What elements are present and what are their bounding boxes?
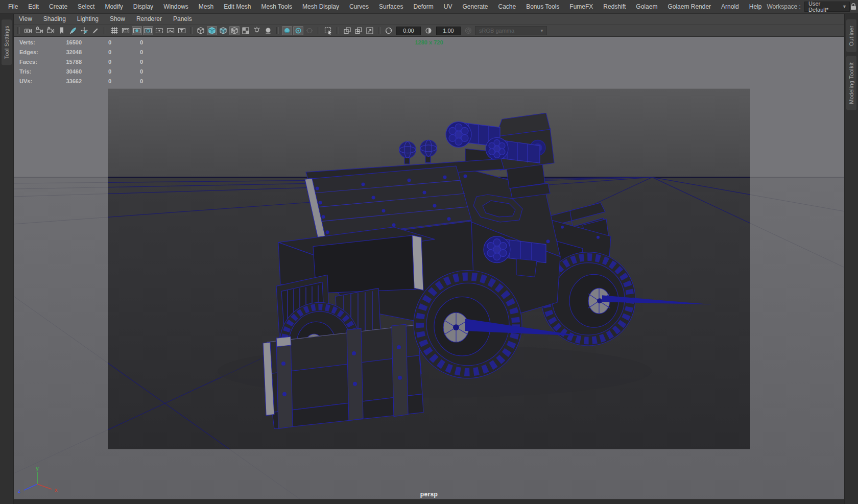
colorspace-value: sRGB gamma bbox=[479, 28, 514, 34]
panel-menu-lighting[interactable]: Lighting bbox=[72, 13, 104, 25]
contrast-icon[interactable] bbox=[423, 26, 434, 35]
menu-item-fumefx[interactable]: FumeFX bbox=[564, 0, 598, 13]
color-management-icon[interactable] bbox=[463, 26, 473, 35]
exposure-icon[interactable] bbox=[384, 26, 394, 35]
menu-item-mesh-display[interactable]: Mesh Display bbox=[297, 0, 344, 13]
pan-zoom-2d-icon[interactable] bbox=[79, 26, 89, 35]
workspace-value: User Default* bbox=[808, 1, 840, 13]
front-bumper bbox=[263, 324, 423, 428]
wireframe-on-shaded-icon[interactable] bbox=[218, 26, 228, 35]
panel-menu-panels[interactable]: Panels bbox=[168, 13, 198, 25]
right-sidebar-strip: OutlinerModeling Toolkit bbox=[844, 13, 858, 504]
menu-item-golaem[interactable]: Golaem bbox=[631, 0, 662, 13]
hud-poly-count: Verts:1650000Edges:3204800Faces:1578800T… bbox=[19, 37, 143, 86]
select-camera-icon[interactable] bbox=[23, 26, 33, 35]
panel-menu-show[interactable]: Show bbox=[104, 13, 131, 25]
isolate-select-icon[interactable] bbox=[323, 26, 333, 35]
depth-of-field-icon[interactable] bbox=[304, 26, 315, 35]
safe-title-icon[interactable] bbox=[177, 26, 187, 35]
menu-item-help[interactable]: Help bbox=[744, 0, 767, 13]
menu-item-mesh-tools[interactable]: Mesh Tools bbox=[256, 0, 297, 13]
toolbar-separator bbox=[276, 27, 279, 34]
lighting-icon[interactable] bbox=[252, 26, 262, 35]
colorspace-select[interactable]: sRGB gamma▼ bbox=[475, 26, 547, 35]
textured-icon[interactable] bbox=[229, 26, 240, 35]
shadows-icon[interactable] bbox=[263, 26, 273, 35]
grid-icon[interactable] bbox=[109, 26, 120, 35]
side-tab-outliner[interactable]: Outliner bbox=[846, 19, 856, 52]
chevron-down-icon: ▼ bbox=[540, 29, 546, 33]
menu-item-arnold[interactable]: Arnold bbox=[716, 0, 744, 13]
safe-action-icon[interactable] bbox=[165, 26, 176, 35]
menu-item-modify[interactable]: Modify bbox=[100, 0, 128, 13]
workspace-label: Workspace : bbox=[767, 3, 800, 10]
axis-y-label: y bbox=[36, 466, 39, 471]
menu-item-golaem-render[interactable]: Golaem Render bbox=[662, 0, 716, 13]
chevron-down-icon: ▼ bbox=[840, 4, 849, 9]
main-menubar: FileEditCreateSelectModifyDisplayWindows… bbox=[0, 0, 858, 14]
toolbar-separator bbox=[337, 27, 339, 34]
menu-item-uv[interactable]: UV bbox=[439, 0, 458, 13]
toolbar-separator bbox=[378, 27, 380, 34]
menu-item-surfaces[interactable]: Surfaces bbox=[374, 0, 408, 13]
menu-item-file[interactable]: File bbox=[3, 0, 23, 13]
viewport-panel: ViewShadingLightingShowRendererPanels 0.… bbox=[13, 13, 845, 504]
menu-item-bonus-tools[interactable]: Bonus Tools bbox=[521, 0, 564, 13]
gate-mask-icon[interactable] bbox=[143, 26, 153, 35]
panel-toolbar: 0.001.00sRGB gamma▼ bbox=[13, 25, 845, 37]
resolution-gate-icon[interactable] bbox=[132, 26, 142, 35]
hud-row-uvs-: UVs:3366200 bbox=[19, 76, 143, 86]
smooth-shade-icon[interactable] bbox=[207, 26, 217, 35]
lock-icon bbox=[850, 3, 857, 11]
viewport-3d[interactable]: Verts:1650000Edges:3204800Faces:1578800T… bbox=[13, 37, 845, 499]
exposure-field[interactable]: 0.00 bbox=[396, 27, 421, 35]
camera-attributes-icon[interactable] bbox=[45, 26, 56, 35]
hud-row-faces-: Faces:1578800 bbox=[19, 57, 143, 66]
menu-item-create[interactable]: Create bbox=[44, 0, 73, 13]
hud-row-edges-: Edges:3204800 bbox=[19, 47, 143, 57]
axis-z-label: z bbox=[18, 488, 20, 494]
menu-item-select[interactable]: Select bbox=[73, 0, 100, 13]
use-default-material-icon[interactable] bbox=[241, 26, 251, 35]
toolbar-separator bbox=[318, 27, 320, 34]
side-tab-tool-settings[interactable]: Tool Settings bbox=[2, 19, 12, 65]
menu-item-redshift[interactable]: Redshift bbox=[598, 0, 631, 13]
toolbar-separator bbox=[190, 27, 193, 34]
snapshot-icon[interactable] bbox=[342, 26, 352, 35]
scene-canvas[interactable] bbox=[14, 37, 844, 499]
toolbar-separator bbox=[17, 27, 20, 34]
menu-item-display[interactable]: Display bbox=[128, 0, 158, 13]
panel-menu-shading[interactable]: Shading bbox=[38, 13, 72, 25]
anti-aliasing-icon[interactable] bbox=[293, 26, 303, 35]
menu-item-curves[interactable]: Curves bbox=[344, 0, 374, 13]
ambient-occlusion-icon[interactable] bbox=[282, 26, 292, 35]
menu-item-edit[interactable]: Edit bbox=[23, 0, 44, 13]
film-gate-icon[interactable] bbox=[121, 26, 131, 35]
lock-camera-icon[interactable] bbox=[34, 26, 44, 35]
menu-item-windows[interactable]: Windows bbox=[158, 0, 194, 13]
left-sidebar-strip: Tool Settings bbox=[0, 13, 14, 504]
wireframe-icon[interactable] bbox=[196, 26, 206, 35]
render-region-icon[interactable] bbox=[365, 26, 375, 35]
menu-item-deform[interactable]: Deform bbox=[408, 0, 438, 13]
panel-menu-view[interactable]: View bbox=[13, 13, 38, 25]
menu-item-edit-mesh[interactable]: Edit Mesh bbox=[219, 0, 256, 13]
menu-item-cache[interactable]: Cache bbox=[493, 0, 521, 13]
workspace-lock-button[interactable] bbox=[850, 3, 857, 11]
menu-item-generate[interactable]: Generate bbox=[457, 0, 493, 13]
hud-row-tris-: Tris:3046000 bbox=[19, 66, 143, 76]
axis-x-label: x bbox=[55, 487, 58, 493]
panel-bottom-bar bbox=[13, 499, 845, 504]
bookmark-icon[interactable] bbox=[57, 26, 67, 35]
axis-gizmo: y x z bbox=[16, 466, 59, 495]
menu-item-mesh[interactable]: Mesh bbox=[194, 0, 219, 13]
hud-row-verts-: Verts:1650000 bbox=[19, 37, 143, 47]
grease-pencil-icon[interactable] bbox=[90, 26, 101, 35]
field-chart-icon[interactable] bbox=[154, 26, 164, 35]
workspace-select[interactable]: User Default* ▼ bbox=[804, 2, 850, 12]
scene-capture-icon[interactable] bbox=[353, 26, 364, 35]
gamma-field[interactable]: 1.00 bbox=[436, 27, 461, 35]
image-plane-icon[interactable] bbox=[68, 26, 78, 35]
side-tab-modeling-toolkit[interactable]: Modeling Toolkit bbox=[846, 56, 856, 110]
panel-menu-renderer[interactable]: Renderer bbox=[131, 13, 168, 25]
